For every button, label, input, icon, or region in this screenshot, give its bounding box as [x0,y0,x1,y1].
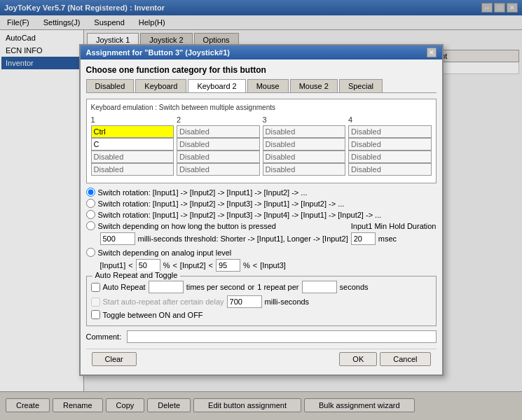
radio-label-4: Switch depending on analog input level [98,248,232,257]
key-input-2-0[interactable] [177,125,260,138]
analog-pct2-sym: % [243,261,250,270]
modal-title-bar: Assignment for "Button 3" (Joystick#1) ✕ [81,46,442,59]
dialog-buttons: Clear OK Cancel [86,349,437,369]
radio-label-3: Switch depending on how long the button … [98,222,276,230]
delay-checkbox[interactable] [91,298,100,307]
key-input-1-1[interactable] [91,138,174,150]
tab-mouse[interactable]: Mouse [247,79,289,92]
modal-overlay: Assignment for "Button 3" (Joystick#1) ✕… [0,0,522,420]
auto-repeat-row: Auto Repeat times per second or 1 repeat… [91,281,432,293]
key-column-2: 2 [177,115,260,176]
key-input-3-2[interactable] [263,150,346,163]
tab-special[interactable]: Special [339,79,383,92]
key-input-4-0[interactable] [348,125,432,138]
keyboard-section-label: Keyboard emulation : Switch between mult… [91,104,432,111]
or-label: or [247,283,254,291]
radio-label-2: Switch rotation: [Input1] -> [Input2] ->… [98,211,382,219]
key-input-3-0[interactable] [263,125,346,138]
col-num-2: 2 [177,115,181,124]
modal-body: Choose one function category for this bu… [81,59,442,374]
radio-input-0[interactable] [86,188,95,197]
key-column-4: 4 [348,115,432,176]
toggle-checkbox[interactable] [91,310,100,319]
radio-row-2: Switch rotation: [Input1] -> [Input2] ->… [86,210,437,219]
toggle-row: Toggle between ON and OFF [91,310,432,319]
analog-input1: [Input1] [100,261,126,270]
ok-button[interactable]: OK [339,352,377,366]
modal-close-button[interactable]: ✕ [427,48,437,57]
tab-disabled[interactable]: Disabled [86,79,135,92]
times-label: times per second [186,283,245,291]
auto-repeat-label: Auto Repeat [103,283,146,291]
modal-heading: Choose one function category for this bu… [86,65,437,75]
delay-row: Start auto-repeat after certain delay mi… [91,295,432,308]
analog-lt2: < [172,261,177,270]
ok-cancel-group: OK Cancel [339,352,430,366]
analog-input2: [Input2] [180,261,206,270]
comment-row: Comment: [86,330,437,343]
radio-label-0: Switch rotation: [Input1] -> [Input2] ->… [98,188,308,197]
key-input-1-2[interactable] [91,150,174,163]
key-column-1: 1 [91,115,174,176]
key-input-4-1[interactable] [348,138,432,150]
cancel-button[interactable]: Cancel [380,352,430,366]
repeat-label: 1 repeat per [257,283,298,291]
assignment-modal: Assignment for "Button 3" (Joystick#1) ✕… [79,44,444,376]
seconds-input[interactable] [302,281,337,293]
threshold-label: milli-seconds threshold: Shorter -> [Inp… [138,234,348,243]
times-input[interactable] [149,281,184,293]
threshold-value[interactable] [100,232,135,245]
key-input-2-3[interactable] [177,163,260,176]
analog-lt3: < [209,261,213,270]
col-num-1: 1 [91,115,95,124]
radio-row-0: Switch rotation: [Input1] -> [Input2] ->… [86,188,437,197]
analog-lt1: < [128,261,132,270]
radio-label-1: Switch rotation: [Input1] -> [Input2] ->… [98,200,345,208]
delay-value[interactable] [227,295,262,308]
key-input-3-3[interactable] [263,163,346,176]
col-num-3: 3 [263,115,267,124]
comment-input[interactable] [127,330,436,343]
key-input-1-0[interactable] [91,125,174,138]
tab-mouse2[interactable]: Mouse 2 [290,79,338,92]
key-column-3: 3 [263,115,346,176]
analog-pct1[interactable] [136,259,160,272]
analog-lt4: < [253,261,257,270]
auto-repeat-title: Auto Repeat and Toggle [92,271,181,279]
modal-title: Assignment for "Button 3" (Joystick#1) [86,48,230,57]
duration-label: Input1 Min Hold Duration [351,222,437,230]
modal-tab-row: Disabled Keyboard Keyboard 2 Mouse Mouse… [86,79,437,93]
toggle-label: Toggle between ON and OFF [103,311,203,319]
seconds-label: seconds [340,283,369,291]
comment-label: Comment: [86,332,122,341]
clear-button[interactable]: Clear [92,352,137,366]
radio-input-4[interactable] [86,248,95,257]
key-input-4-3[interactable] [348,163,432,176]
radio-input-2[interactable] [86,210,95,219]
radio-input-1[interactable] [86,199,95,208]
analog-pct2[interactable] [216,259,240,272]
tab-keyboard[interactable]: Keyboard [135,79,186,92]
tab-keyboard2[interactable]: Keyboard 2 [188,79,245,92]
key-input-3-1[interactable] [263,138,346,150]
auto-repeat-checkbox[interactable] [91,283,100,292]
analog-pct1-sym: % [163,261,170,270]
delay-ms-label: milli-seconds [265,298,310,306]
duration-value[interactable] [351,232,376,245]
key-input-1-3[interactable] [91,163,174,176]
msec-label: msec [378,234,397,243]
col-num-4: 4 [348,115,352,124]
analog-input3: [Input3] [260,261,286,270]
key-input-2-1[interactable] [177,138,260,150]
radio-row-1: Switch rotation: [Input1] -> [Input2] ->… [86,199,437,208]
key-input-4-2[interactable] [348,150,432,163]
key-input-2-2[interactable] [177,150,260,163]
delay-label: Start auto-repeat after certain delay [103,298,224,306]
radio-input-3[interactable] [86,221,95,230]
